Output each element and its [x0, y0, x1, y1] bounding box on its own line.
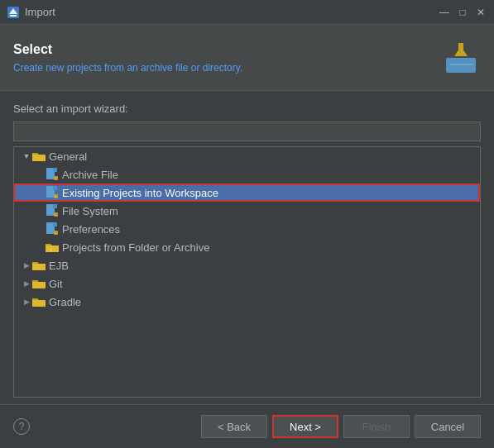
tree-icon-ejb: [32, 259, 46, 272]
help-button[interactable]: ?: [13, 418, 30, 435]
tree-label-projects-folder: Projects from Folder or Archive: [62, 241, 209, 254]
tree-item-file-system[interactable]: ↓ File System: [14, 202, 480, 220]
tree-scroll[interactable]: ▼ General ↓ Archive File ↓ Existing Proj…: [14, 147, 480, 397]
title-bar: Import — □ ✕: [0, 0, 494, 25]
back-button[interactable]: < Back: [201, 415, 267, 438]
svg-rect-20: [53, 204, 57, 208]
tree-item-existing-projects[interactable]: ↓ Existing Projects into Workspace: [14, 183, 480, 202]
tree-label-ejb: EJB: [49, 260, 69, 272]
tree-arrow-gradle[interactable]: ▶: [21, 296, 32, 307]
tree-item-preferences[interactable]: ↓ Preferences: [14, 220, 480, 238]
tree-arrow-git[interactable]: ▶: [21, 278, 32, 289]
svg-text:↓: ↓: [55, 212, 58, 217]
dialog-footer: ? < Back Next > Finish Cancel: [0, 404, 494, 448]
svg-rect-30: [32, 264, 46, 270]
svg-text:↓: ↓: [55, 175, 58, 180]
svg-rect-31: [32, 282, 46, 288]
search-input[interactable]: [13, 122, 481, 141]
dialog-subtitle: Create new projects from an archive file…: [13, 62, 242, 74]
tree-label-existing-projects: Existing Projects into Workspace: [62, 187, 218, 199]
tree-label-gradle: Gradle: [49, 296, 81, 308]
tree-icon-projects-folder: ↓: [46, 241, 59, 254]
svg-text:↓: ↓: [55, 193, 58, 198]
tree-label-preferences: Preferences: [62, 223, 120, 236]
tree-icon-archive-file: ↓: [46, 168, 59, 181]
window-controls: — □ ✕: [438, 6, 487, 19]
tree-item-ejb[interactable]: ▶ EJB: [14, 256, 480, 274]
tree-icon-general: [32, 150, 46, 163]
tree-item-general[interactable]: ▼ General: [14, 147, 480, 165]
svg-text:↓: ↓: [55, 230, 58, 235]
tree-icon-git: [32, 277, 46, 290]
tree-item-archive-file[interactable]: ↓ Archive File: [14, 165, 480, 183]
svg-rect-5: [458, 43, 463, 56]
wizard-label: Select an import wizard:: [13, 102, 481, 115]
svg-rect-3: [446, 58, 476, 73]
window-title: Import: [25, 6, 438, 18]
maximize-button[interactable]: □: [456, 6, 469, 19]
tree-icon-preferences: ↓: [46, 222, 59, 236]
tree-label-file-system: File System: [62, 205, 118, 217]
svg-rect-10: [53, 168, 57, 172]
tree-label-git: Git: [49, 278, 63, 290]
cancel-button[interactable]: Cancel: [415, 415, 481, 438]
tree-label-archive-file: Archive File: [62, 169, 118, 181]
svg-rect-7: [32, 155, 46, 161]
dialog-content: Select an import wizard: ▼ General ↓ Arc…: [0, 91, 494, 404]
tree-item-git[interactable]: ▶ Git: [14, 274, 480, 293]
dialog: Select Create new projects from an archi…: [0, 25, 494, 448]
tree-icon-file-system: ↓: [46, 204, 59, 217]
tree-item-projects-folder[interactable]: ↓ Projects from Folder or Archive: [14, 238, 480, 256]
tree-label-general: General: [49, 150, 87, 163]
app-icon: [7, 6, 20, 19]
header-icon: [441, 38, 481, 78]
svg-rect-32: [32, 300, 46, 307]
minimize-button[interactable]: —: [438, 6, 451, 19]
tree-arrow-general[interactable]: ▼: [21, 150, 32, 162]
dialog-title: Select: [13, 42, 242, 57]
tree-item-gradle[interactable]: ▶ Gradle: [14, 293, 480, 311]
tree-icon-gradle: [32, 295, 46, 308]
svg-rect-15: [53, 186, 57, 190]
svg-text:↓: ↓: [50, 246, 53, 252]
tree-arrow-ejb[interactable]: ▶: [21, 260, 32, 271]
header-text: Select Create new projects from an archi…: [13, 42, 242, 74]
tree-icon-existing-projects: ↓: [46, 186, 59, 199]
close-button[interactable]: ✕: [474, 6, 487, 19]
svg-rect-25: [53, 222, 57, 226]
next-button[interactable]: Next >: [272, 415, 338, 438]
svg-rect-2: [10, 15, 17, 17]
finish-button[interactable]: Finish: [343, 415, 410, 438]
tree-container: ▼ General ↓ Archive File ↓ Existing Proj…: [13, 146, 481, 398]
dialog-header: Select Create new projects from an archi…: [0, 25, 494, 91]
